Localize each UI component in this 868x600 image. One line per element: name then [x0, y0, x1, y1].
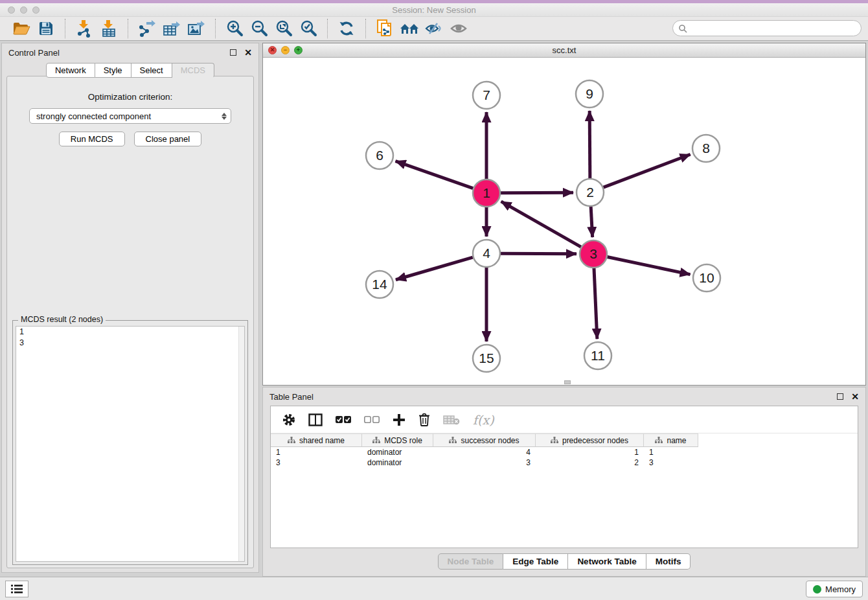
table-cell[interactable]: 1 — [271, 447, 362, 457]
zoom-fit-icon[interactable] — [271, 18, 296, 39]
export-image-icon[interactable] — [184, 18, 209, 39]
export-network-icon[interactable] — [135, 18, 159, 39]
clone-network-icon[interactable] — [372, 18, 397, 39]
double-house-icon[interactable] — [397, 18, 422, 39]
edge-3-1[interactable] — [501, 202, 581, 247]
node-4[interactable]: 4 — [473, 240, 500, 267]
session-titlebar: Session: New Session — [0, 3, 868, 17]
tab-network[interactable]: Network — [46, 63, 95, 78]
selected-criterion: strongly connected component — [36, 111, 222, 121]
run-mcds-button[interactable]: Run MCDS — [59, 132, 125, 146]
table-toolbar: f(x) — [271, 406, 858, 433]
columns-icon[interactable] — [308, 413, 323, 426]
table-cell[interactable]: dominator — [362, 457, 433, 468]
table-cell[interactable]: dominator — [362, 447, 433, 457]
table-panel: Table Panel ✕ — [262, 387, 866, 577]
control-panel: Control Panel ✕ NetworkStyleSelectMCDS O… — [1, 43, 259, 573]
tab-edge-table[interactable]: Edge Table — [503, 553, 568, 570]
zoom-out-icon[interactable] — [247, 18, 271, 39]
network-graph[interactable]: 7968124314101511 — [263, 58, 865, 386]
svg-text:4: 4 — [483, 246, 490, 260]
node-8[interactable]: 8 — [692, 135, 720, 162]
node-15[interactable]: 15 — [473, 345, 500, 372]
svg-text:1: 1 — [483, 185, 490, 200]
edge-1-2[interactable] — [501, 192, 573, 193]
column-header-shared-name[interactable]: shared name — [271, 433, 362, 447]
column-header-successor-nodes[interactable]: successor nodes — [433, 433, 536, 447]
edge-2-3[interactable] — [591, 207, 592, 237]
tab-style[interactable]: Style — [95, 63, 131, 78]
column-header-predecessor-nodes[interactable]: predecessor nodes — [536, 433, 644, 447]
plus-icon[interactable] — [393, 413, 405, 426]
tab-mcds[interactable]: MCDS — [172, 63, 214, 78]
eye-icon[interactable] — [446, 18, 471, 39]
table-cell[interactable]: 1 — [644, 447, 698, 457]
node-11[interactable]: 11 — [584, 342, 611, 369]
function-icon[interactable]: f(x) — [473, 413, 494, 427]
optimization-criterion-select[interactable]: strongly connected component — [29, 108, 231, 124]
result-line: 3 — [16, 338, 244, 349]
table-cell[interactable]: 3 — [644, 457, 698, 468]
close-panel-button[interactable]: Close panel — [134, 132, 202, 146]
column-header-name[interactable]: name — [644, 433, 698, 447]
float-panel-icon[interactable] — [230, 49, 236, 56]
search-input[interactable] — [687, 24, 861, 33]
save-icon[interactable] — [34, 18, 58, 39]
import-table-icon[interactable] — [97, 18, 121, 39]
node-3[interactable]: 3 — [580, 240, 607, 268]
open-folder-icon[interactable] — [9, 18, 34, 39]
svg-text:2: 2 — [586, 185, 594, 200]
table-cell[interactable]: 2 — [536, 457, 644, 468]
edge-3-11[interactable] — [594, 268, 597, 339]
table-cell[interactable]: 4 — [433, 447, 536, 457]
edge-4-3[interactable] — [501, 253, 577, 254]
node-1[interactable]: 1 — [473, 179, 500, 207]
zoom-selected-icon[interactable] — [296, 18, 321, 39]
task-history-button[interactable] — [5, 581, 29, 597]
table-row[interactable]: 1dominator411 — [271, 447, 858, 457]
memory-button[interactable]: Memory — [806, 581, 863, 597]
node-14[interactable]: 14 — [366, 271, 393, 298]
trash-icon[interactable] — [418, 413, 430, 426]
node-10[interactable]: 10 — [693, 264, 720, 292]
main-toolbar — [0, 17, 868, 41]
checked-boxes-icon[interactable] — [336, 416, 351, 424]
table-row[interactable]: 3dominator323 — [271, 457, 858, 468]
export-table-icon[interactable] — [159, 18, 184, 39]
table-cell[interactable]: 3 — [433, 457, 536, 468]
float-table-panel-icon[interactable] — [837, 393, 843, 400]
control-panel-title: Control Panel — [8, 48, 60, 58]
hide-eye-icon[interactable] — [422, 18, 446, 39]
network-canvas[interactable]: 7968124314101511 — [263, 58, 865, 385]
tab-network-table[interactable]: Network Table — [568, 553, 646, 570]
node-2[interactable]: 2 — [577, 179, 604, 206]
tab-motifs[interactable]: Motifs — [646, 553, 691, 570]
network-window-titlebar[interactable]: ✕ − + scc.txt — [263, 43, 865, 58]
zoom-in-icon[interactable] — [222, 18, 247, 39]
close-panel-icon[interactable]: ✕ — [244, 49, 252, 56]
node-7[interactable]: 7 — [473, 82, 500, 109]
import-network-icon[interactable] — [72, 18, 97, 39]
table-cell[interactable]: 3 — [271, 457, 362, 468]
node-6[interactable]: 6 — [366, 142, 393, 169]
table-cell[interactable]: 1 — [536, 447, 644, 457]
delete-table-icon[interactable] — [443, 415, 460, 425]
edge-3-10[interactable] — [608, 257, 691, 275]
column-header-MCDS-role[interactable]: MCDS role — [362, 433, 433, 447]
edge-2-8[interactable] — [604, 154, 691, 187]
gear-icon[interactable] — [282, 413, 295, 426]
edge-2-9[interactable] — [589, 111, 590, 178]
search-box[interactable] — [672, 20, 862, 36]
mcds-result-list[interactable]: 13 — [16, 326, 245, 562]
close-table-panel-icon[interactable]: ✕ — [851, 393, 859, 400]
refresh-icon[interactable] — [334, 18, 359, 39]
tab-node-table[interactable]: Node Table — [438, 553, 504, 570]
unchecked-boxes-icon[interactable] — [364, 416, 380, 424]
table-tabs: Node TableEdge TableNetwork TableMotifs — [263, 553, 865, 570]
tab-select[interactable]: Select — [131, 63, 172, 78]
edge-1-6[interactable] — [396, 161, 474, 189]
edge-4-14[interactable] — [396, 257, 473, 280]
result-scrollbar[interactable] — [238, 327, 244, 561]
node-9[interactable]: 9 — [576, 80, 603, 108]
canvas-hscroll-thumb[interactable] — [564, 380, 571, 384]
